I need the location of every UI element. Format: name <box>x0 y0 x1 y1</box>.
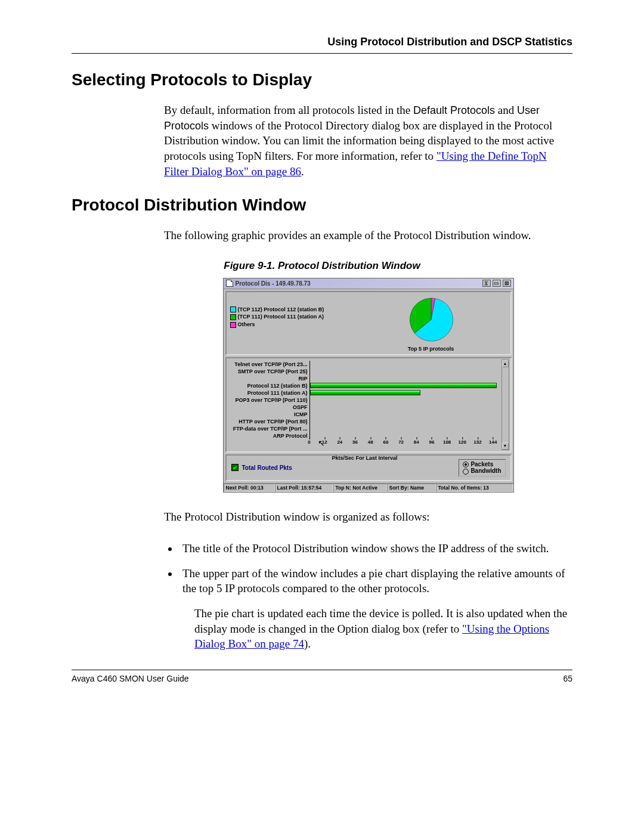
axis-tick: 84 <box>414 439 419 445</box>
legend-item: (TCP 111) Protocol 111 (station A) <box>230 314 355 320</box>
bar-label: OSPF <box>229 404 309 410</box>
heading-selecting-protocols: Selecting Protocols to Display <box>72 70 572 89</box>
bar-label: Telnet over TCP/IP (Port 23... <box>229 361 309 367</box>
radio-icon <box>463 462 469 467</box>
scrollbar[interactable]: ▴ ▾ <box>501 360 509 450</box>
axis-tick: 12 <box>322 439 327 445</box>
radio-icon <box>463 469 469 475</box>
section2-intro: The following graphic provides an exampl… <box>164 228 572 243</box>
footer-right: 65 <box>563 674 572 683</box>
bar-zone <box>309 389 501 397</box>
bar-row: POP3 over TCP/IP (Port 110) <box>229 397 501 404</box>
bar-row: HTTP over TCP/IP (Port 80) <box>229 418 501 425</box>
section2-after-figure: The Protocol Distribution window is orga… <box>164 509 572 525</box>
bar-label: HTTP over TCP/IP (Port 80) <box>229 419 309 425</box>
bar-row: Protocol 112 (station B) <box>229 382 501 389</box>
checkbox-total-routed[interactable]: ✔ <box>231 464 239 471</box>
legend: (TCP 112) Protocol 112 (station B) (TCP … <box>230 296 355 351</box>
figure-wrap: Protocol Dis - 149.49.78.73 ⊻ ▭ ⊠ (TCP 1… <box>164 278 572 493</box>
bar-zone <box>309 418 501 425</box>
bar <box>310 390 421 395</box>
heading-protocol-distribution-window: Protocol Distribution Window <box>72 196 572 215</box>
window-title: Protocol Dis - 149.49.78.73 <box>236 280 311 287</box>
axis-tick: 0 <box>308 439 310 445</box>
status-sort: Sort By: Name <box>387 484 436 492</box>
totals-label: Total Routed Pkts <box>242 465 292 471</box>
bar-row: Protocol 111 (station A) <box>229 389 501 397</box>
list-item: The title of the Protocol Distribution w… <box>179 541 572 556</box>
display-mode-group: Packets Bandwidth <box>459 459 505 476</box>
document-icon <box>226 280 233 287</box>
minimize-button[interactable]: ⊻ <box>482 280 491 287</box>
bar-label: ARP Protocol <box>229 433 309 439</box>
bullet-list: The title of the Protocol Distribution w… <box>179 541 572 596</box>
axis-tick: 72 <box>398 439 404 445</box>
scroll-up-icon[interactable]: ▴ <box>502 360 509 367</box>
bar-label: Protocol 111 (station A) <box>229 390 309 396</box>
text-segment: By default, information from all protoco… <box>164 104 413 116</box>
bar-row: FTP-data over TCP/IP (Port ... <box>229 425 501 432</box>
axis-title: Pkts/Sec For Last Interval <box>229 455 501 461</box>
status-topn: Top N: Not Active <box>333 484 387 492</box>
list-item: The upper part of the window includes a … <box>179 566 572 596</box>
text-segment: . <box>301 165 304 178</box>
bar-chart-panel: Telnet over TCP/IP (Port 23...SMTP over … <box>225 357 512 453</box>
text-segment: and <box>495 104 517 116</box>
radio-packets[interactable]: Packets <box>463 461 501 467</box>
status-bar: Next Poll: 00:13 Last Poll: 15:57:54 Top… <box>224 483 513 492</box>
legend-label: Others <box>238 321 255 327</box>
bar-label: POP3 over TCP/IP (Port 110) <box>229 397 309 403</box>
header-rule <box>72 53 572 54</box>
bar <box>310 383 497 388</box>
status-next-poll: Next Poll: 00:13 <box>224 484 275 492</box>
bar-zone <box>309 368 501 375</box>
pie-chart-area: Top 5 IP protocols <box>355 296 507 351</box>
bar-label: SMTP over TCP/IP (Port 25) <box>229 368 309 374</box>
swatch-icon <box>230 322 236 328</box>
figure-caption: Figure 9-1. Protocol Distribution Window <box>72 260 572 272</box>
bar-row: ICMP <box>229 411 501 418</box>
legend-label: (TCP 111) Protocol 111 (station A) <box>238 314 324 320</box>
swatch-icon <box>230 314 236 320</box>
axis-tick: 24 <box>337 439 342 445</box>
pie-caption: Top 5 IP protocols <box>355 346 507 352</box>
bar-row: ARP Protocol <box>229 432 501 439</box>
window-titlebar[interactable]: Protocol Dis - 149.49.78.73 ⊻ ▭ ⊠ <box>224 278 513 289</box>
axis-tick: 36 <box>352 439 358 445</box>
section1-para: By default, information from all protoco… <box>164 103 572 179</box>
bar-zone <box>309 425 501 432</box>
bar-label: FTP-data over TCP/IP (Port ... <box>229 426 309 432</box>
close-button[interactable]: ⊠ <box>503 280 511 287</box>
page-footer: Avaya C460 SMON User Guide 65 <box>72 674 572 683</box>
maximize-button[interactable]: ▭ <box>493 280 501 287</box>
bar-zone <box>309 382 501 389</box>
ui-term-default-protocols: Default Protocols <box>413 104 495 116</box>
chapter-header: Using Protocol Distribution and DSCP Sta… <box>72 36 572 48</box>
status-last-poll: Last Poll: 15:57:54 <box>275 484 333 492</box>
bar-zone <box>309 361 501 368</box>
legend-item: (TCP 112) Protocol 112 (station B) <box>230 306 355 313</box>
bar-row: RIP <box>229 375 501 382</box>
bar-zone <box>309 397 501 404</box>
bar-label: Protocol 112 (station B) <box>229 383 309 389</box>
axis-tick: 120 <box>459 439 466 445</box>
radio-bandwidth[interactable]: Bandwidth <box>463 467 501 474</box>
bar-row: SMTP over TCP/IP (Port 25) <box>229 368 501 375</box>
pie-chart <box>407 296 455 343</box>
bar-zone <box>309 411 501 418</box>
scroll-down-icon[interactable]: ▾ <box>502 442 509 450</box>
bar-zone <box>309 432 501 439</box>
swatch-icon <box>230 306 236 312</box>
axis-tick: 48 <box>368 439 373 445</box>
footer-left: Avaya C460 SMON User Guide <box>72 674 189 683</box>
bar-zone <box>309 375 501 382</box>
footer-rule <box>72 670 572 670</box>
protocol-distribution-window: Protocol Dis - 149.49.78.73 ⊻ ▭ ⊠ (TCP 1… <box>223 278 514 493</box>
axis-tick: 60 <box>383 439 388 445</box>
bar-zone <box>309 404 501 411</box>
legend-item: Others <box>230 321 355 328</box>
legend-label: (TCP 112) Protocol 112 (station B) <box>238 306 324 312</box>
bar-rows: Telnet over TCP/IP (Port 23...SMTP over … <box>229 361 501 439</box>
pie-legend-panel: (TCP 112) Protocol 112 (station B) (TCP … <box>225 291 512 355</box>
text-segment: ). <box>304 637 311 650</box>
